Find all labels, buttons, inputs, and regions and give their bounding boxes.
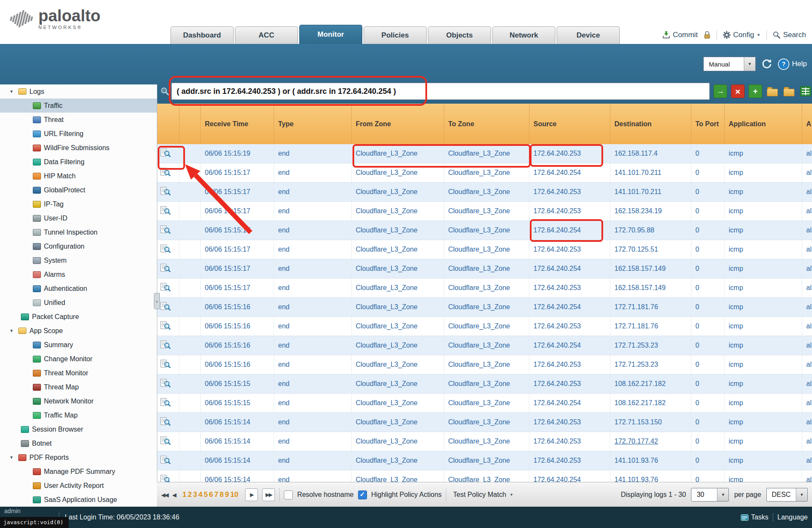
destination-value[interactable]: 108.162.217.182 bbox=[615, 380, 666, 387]
cell-from-zone[interactable]: Cloudflare_L3_Zone bbox=[351, 221, 444, 240]
table-row[interactable]: 06/06 15:15:14 end Cloudflare_L3_Zone Cl… bbox=[157, 470, 812, 482]
cell-type[interactable]: end bbox=[274, 355, 351, 374]
table-row[interactable]: 06/06 15:15:17 end Cloudflare_L3_Zone Cl… bbox=[157, 221, 812, 240]
cell-destination[interactable]: 172.71.181.76 bbox=[610, 298, 691, 317]
cell-source[interactable]: 172.64.240.253 bbox=[529, 202, 610, 221]
resolve-hostname-label[interactable]: Resolve hostname bbox=[297, 491, 354, 499]
lock-button[interactable] bbox=[704, 31, 711, 39]
apply-filter-icon[interactable] bbox=[714, 84, 727, 98]
cell-source[interactable]: 172.64.240.253 bbox=[529, 432, 610, 451]
sidebar-item[interactable]: Manage PDF Summary bbox=[0, 464, 157, 479]
table-row[interactable]: 06/06 15:15:14 end Cloudflare_L3_Zone Cl… bbox=[157, 451, 812, 470]
cell-type[interactable]: end bbox=[274, 451, 351, 470]
cell-receive-time[interactable]: 06/06 15:15:17 bbox=[200, 183, 274, 202]
cell-action[interactable]: al bbox=[802, 183, 812, 202]
column-header-application[interactable]: Application bbox=[724, 104, 802, 144]
cell-to-zone[interactable]: Cloudflare_L3_Zone bbox=[444, 240, 529, 259]
cell-to-zone[interactable]: Cloudflare_L3_Zone bbox=[444, 144, 529, 163]
chevron-down-icon[interactable] bbox=[717, 488, 728, 501]
cell-receive-time[interactable]: 06/06 15:15:14 bbox=[200, 451, 274, 470]
sidebar-item[interactable]: User-ID bbox=[0, 211, 157, 225]
cell-to-port[interactable]: 0 bbox=[691, 317, 724, 336]
cell-application[interactable]: icmp bbox=[724, 144, 802, 163]
table-row[interactable]: 06/06 15:15:17 end Cloudflare_L3_Zone Cl… bbox=[157, 202, 812, 221]
cell-type[interactable]: end bbox=[274, 336, 351, 355]
sidebar-item[interactable]: URL Filtering bbox=[0, 127, 157, 141]
cell-type[interactable]: end bbox=[274, 202, 351, 221]
cell-source[interactable]: 172.64.240.253 bbox=[529, 240, 610, 259]
cell-from-zone[interactable]: Cloudflare_L3_Zone bbox=[351, 163, 444, 183]
chevron-down-icon[interactable] bbox=[796, 488, 807, 501]
destination-value[interactable]: 172.71.181.76 bbox=[615, 303, 658, 310]
cell-application[interactable]: icmp bbox=[724, 221, 802, 240]
cell-receive-time[interactable]: 06/06 15:15:17 bbox=[200, 221, 274, 240]
cell-from-zone[interactable]: Cloudflare_L3_Zone bbox=[351, 432, 444, 451]
cell-to-zone[interactable]: Cloudflare_L3_Zone bbox=[444, 336, 529, 355]
column-header-receive-time[interactable]: Receive Time bbox=[200, 104, 274, 144]
cell-receive-time[interactable]: 06/06 15:15:16 bbox=[200, 317, 274, 336]
cell-receive-time[interactable]: 06/06 15:15:15 bbox=[200, 394, 274, 413]
log-detail-icon[interactable] bbox=[160, 340, 170, 349]
cell-application[interactable]: icmp bbox=[724, 413, 802, 432]
cell-action[interactable]: al bbox=[802, 432, 812, 451]
cell-type[interactable]: end bbox=[274, 259, 351, 279]
sidebar-item[interactable]: GlobalProtect bbox=[0, 183, 157, 197]
sidebar-item[interactable]: App Scope bbox=[0, 324, 157, 338]
cell-source[interactable]: 172.64.240.253 bbox=[529, 413, 610, 432]
nav-tab[interactable]: Policies bbox=[364, 26, 427, 44]
cell-from-zone[interactable]: Cloudflare_L3_Zone bbox=[351, 240, 444, 259]
cell-to-port[interactable]: 0 bbox=[691, 413, 724, 432]
sidebar-item[interactable]: Logs bbox=[0, 84, 157, 99]
cell-type[interactable]: end bbox=[274, 394, 351, 413]
nav-tab[interactable]: Dashboard bbox=[170, 26, 234, 44]
sidebar-item[interactable]: Threat bbox=[0, 113, 157, 127]
cell-application[interactable]: icmp bbox=[724, 183, 802, 202]
table-row[interactable]: 06/06 15:15:16 end Cloudflare_L3_Zone Cl… bbox=[157, 336, 812, 355]
cell-to-zone[interactable]: Cloudflare_L3_Zone bbox=[444, 413, 529, 432]
cell-to-zone[interactable]: Cloudflare_L3_Zone bbox=[444, 279, 529, 298]
cell-from-zone[interactable]: Cloudflare_L3_Zone bbox=[351, 317, 444, 336]
cell-application[interactable]: icmp bbox=[724, 279, 802, 298]
cell-action[interactable]: al bbox=[802, 470, 812, 482]
cell-to-zone[interactable]: Cloudflare_L3_Zone bbox=[444, 221, 529, 240]
log-detail-icon[interactable] bbox=[160, 455, 170, 464]
cell-receive-time[interactable]: 06/06 15:15:14 bbox=[200, 413, 274, 432]
cell-destination[interactable]: 108.162.217.182 bbox=[610, 394, 691, 413]
cell-type[interactable]: end bbox=[274, 317, 351, 336]
per-page-select[interactable]: 30 bbox=[691, 488, 729, 502]
sidebar-item[interactable]: Data Filtering bbox=[0, 155, 157, 169]
sidebar-item[interactable]: System bbox=[0, 253, 157, 267]
cell-from-zone[interactable]: Cloudflare_L3_Zone bbox=[351, 355, 444, 374]
cell-to-zone[interactable]: Cloudflare_L3_Zone bbox=[444, 355, 529, 374]
cell-destination[interactable]: 141.101.70.211 bbox=[610, 183, 691, 202]
sidebar-item[interactable]: Traffic Map bbox=[0, 408, 157, 422]
cell-receive-time[interactable]: 06/06 15:15:15 bbox=[200, 374, 274, 394]
cell-from-zone[interactable]: Cloudflare_L3_Zone bbox=[351, 298, 444, 317]
cell-application[interactable]: icmp bbox=[724, 432, 802, 451]
cell-receive-time[interactable]: 06/06 15:15:17 bbox=[200, 279, 274, 298]
last-page-button[interactable] bbox=[262, 488, 275, 501]
cell-destination[interactable]: 141.101.93.76 bbox=[610, 451, 691, 470]
cell-type[interactable]: end bbox=[274, 163, 351, 183]
cell-destination[interactable]: 141.101.70.211 bbox=[610, 163, 691, 183]
cell-type[interactable]: end bbox=[274, 240, 351, 259]
destination-value[interactable]: 141.101.93.76 bbox=[615, 476, 658, 482]
sidebar-item[interactable]: Tunnel Inspection bbox=[0, 225, 157, 239]
log-detail-icon[interactable] bbox=[160, 148, 170, 157]
cell-type[interactable]: end bbox=[274, 144, 351, 163]
nav-tab[interactable]: ACC bbox=[235, 26, 298, 44]
table-row[interactable]: 06/06 15:15:16 end Cloudflare_L3_Zone Cl… bbox=[157, 317, 812, 336]
log-detail-icon[interactable] bbox=[160, 206, 170, 215]
log-detail-icon[interactable] bbox=[160, 360, 170, 368]
save-filter-icon[interactable] bbox=[766, 85, 779, 98]
cell-action[interactable]: al bbox=[802, 413, 812, 432]
log-detail-icon[interactable] bbox=[160, 283, 170, 291]
cell-application[interactable]: icmp bbox=[724, 355, 802, 374]
log-detail-icon[interactable] bbox=[160, 302, 170, 310]
sidebar-item[interactable]: IP-Tag bbox=[0, 197, 157, 211]
cell-application[interactable]: icmp bbox=[724, 317, 802, 336]
page-number[interactable]: 6 bbox=[209, 490, 213, 499]
cell-receive-time[interactable]: 06/06 15:15:17 bbox=[200, 163, 274, 183]
sidebar-item[interactable]: HIP Match bbox=[0, 169, 157, 183]
cell-to-port[interactable]: 0 bbox=[691, 221, 724, 240]
